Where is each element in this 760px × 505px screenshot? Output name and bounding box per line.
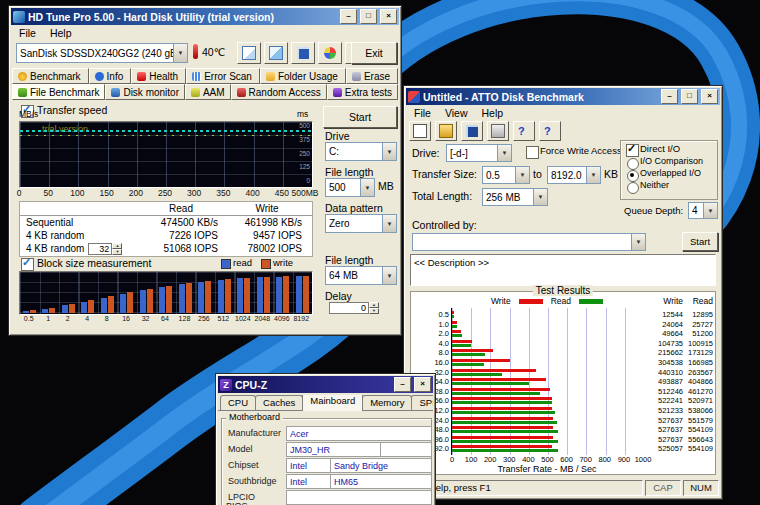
description-box[interactable]: << Description >> [410,254,716,286]
legend-write-label: Write [491,296,511,306]
radio-overlapped-io[interactable] [627,170,639,182]
open-folder-button[interactable] [435,121,457,141]
minimize-button[interactable]: – [394,377,411,392]
file-length-combo[interactable]: 500▼ [325,178,375,197]
drive-select-combo[interactable]: SanDisk SDSSDX240GG2 (240 gB) ▼ [16,43,188,63]
drive-label: Drive: [412,147,439,159]
save-image-button[interactable] [291,42,315,64]
start-button[interactable]: Start [682,232,718,251]
file-length-label: File length [325,166,373,178]
tab-health[interactable]: Health [131,68,186,84]
tab-cpu[interactable]: CPU [220,395,256,411]
atto-read-value: 173129 [685,348,713,357]
tab-memory[interactable]: Memory [362,395,412,411]
direct-io-checkbox[interactable] [626,144,639,157]
chevron-down-icon[interactable]: ▼ [382,215,396,232]
atto-drive-combo[interactable]: [-d-]▼ [446,144,512,162]
spinner-down-icon[interactable]: ▼ [112,249,122,255]
chart2-x-tick: 1 [38,315,57,322]
chevron-down-icon[interactable]: ▼ [515,167,529,183]
row-write: 461998 KB/s [226,217,310,228]
hdtune-menubar: File Help [12,26,79,40]
atto-write-value: 12544 [645,310,683,319]
atto-read-value: 554109 [685,425,713,434]
delay-spinner[interactable]: 0 ▲▼ [329,302,379,314]
color-settings-button[interactable] [318,42,342,64]
atto-read-value: 551579 [685,416,713,425]
southbridge-vendor-value: Intel [286,474,336,489]
tab-benchmark[interactable]: Benchmark [12,68,89,84]
atto-read-bar [452,392,540,395]
exit-button[interactable]: Exit [351,42,397,64]
write-bar [147,289,153,313]
tab-mainboard[interactable]: Mainboard [302,395,363,411]
hdtune-titlebar[interactable]: HD Tune Pro 5.00 - Hard Disk Utility (tr… [11,8,399,25]
tab-error-scan[interactable]: Error Scan [186,68,260,84]
tab-random-access[interactable]: Random Access [231,84,327,100]
minimize-button[interactable]: – [661,89,678,104]
tab-erase[interactable]: Erase [346,68,398,84]
block-size-checkbox[interactable] [21,258,34,271]
chevron-down-icon[interactable]: ▼ [173,44,187,62]
write-bar [283,276,289,313]
file-length2-combo[interactable]: 64 MB▼ [325,266,397,285]
copy-screenshot-button[interactable] [237,42,261,64]
chevron-down-icon[interactable]: ▼ [533,189,547,205]
drive-combo[interactable]: C:▼ [325,142,397,161]
chevron-down-icon[interactable]: ▼ [382,267,396,284]
atto-titlebar[interactable]: Untitled - ATTO Disk Benchmark – □ × [406,88,720,105]
save-file-button[interactable] [461,121,483,141]
menu-file[interactable]: File [407,106,438,120]
chevron-down-icon[interactable]: ▼ [360,179,374,196]
transfer-size-from-combo[interactable]: 0.5▼ [482,166,530,184]
tab-spd[interactable]: SPD [411,395,433,411]
help-button[interactable]: ? [513,121,535,141]
chipset-vendor-value: Intel [286,458,336,473]
tab-file-benchmark[interactable]: File Benchmark [12,84,105,100]
cpuz-window: Z CPU-Z – × CPUCachesMainboardMemorySPDG… [215,373,436,505]
maximize-button[interactable]: □ [360,9,377,24]
data-pattern-combo[interactable]: Zero▼ [325,214,397,233]
tab-extra-tests[interactable]: Extra tests [327,84,398,100]
close-button[interactable]: × [380,9,397,24]
menu-help[interactable]: Help [43,26,79,40]
cpuz-titlebar[interactable]: Z CPU-Z – × [218,376,433,393]
force-write-access-checkbox[interactable] [526,146,539,159]
start-button[interactable]: Start [323,106,397,128]
close-button[interactable]: × [414,377,431,392]
menu-help[interactable]: Help [475,106,511,120]
queue-depth-spinner[interactable]: 32 ▲▼ [88,243,122,255]
spinner-down-icon[interactable]: ▼ [369,308,379,314]
chevron-down-icon[interactable]: ▼ [631,234,645,250]
tab-info[interactable]: Info [89,68,132,84]
tab-folder-usage[interactable]: Folder Usage [260,68,346,84]
menu-view[interactable]: View [438,106,475,120]
maximize-button[interactable]: □ [681,89,698,104]
context-help-button[interactable]: ? [539,121,561,141]
bios-group-label: BIOS [226,501,248,505]
copy-image-button[interactable] [264,42,288,64]
tab-disk-monitor[interactable]: Disk monitor [105,84,185,100]
print-button[interactable] [487,121,509,141]
tab-caches[interactable]: Caches [255,395,303,411]
queue-depth-combo[interactable]: 4▼ [688,202,718,219]
transfer-size-to-combo[interactable]: 8192.0▼ [547,166,601,184]
tab-aam[interactable]: AAM [185,84,231,100]
atto-write-value: 493887 [645,377,683,386]
close-button[interactable]: × [701,89,718,104]
southbridge-label: Southbridge [228,476,277,486]
results-col-read: Read [138,203,226,214]
new-file-button[interactable] [409,121,431,141]
controlled-by-combo[interactable]: ▼ [412,233,646,251]
chevron-down-icon[interactable]: ▼ [497,145,511,161]
chevron-down-icon[interactable]: ▼ [382,143,396,160]
chevron-down-icon[interactable]: ▼ [586,167,600,183]
chevron-down-icon[interactable]: ▼ [703,203,717,218]
radio-io-comparison[interactable] [627,158,639,170]
queue-depth-label: Queue Depth: [624,205,683,216]
minimize-button[interactable]: – [340,9,357,24]
menu-file[interactable]: File [12,26,43,40]
total-length-combo[interactable]: 256 MB▼ [482,188,548,206]
chart1-y-tick: 125 [299,163,310,170]
radio-neither[interactable] [627,182,639,194]
